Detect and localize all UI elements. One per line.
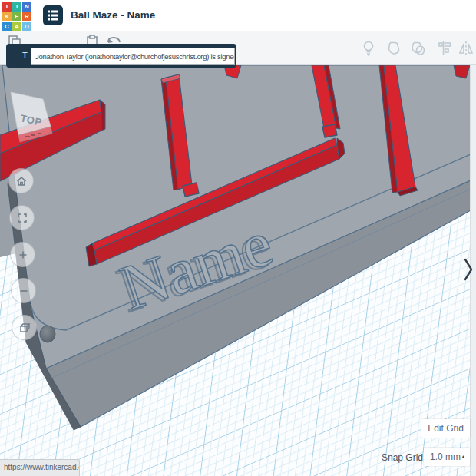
logo-letter: R xyxy=(22,12,31,21)
status-url: https://www.tinkercad.com xyxy=(0,459,80,476)
design-menu-button[interactable] xyxy=(43,5,63,25)
viewport-3d-canvas[interactable]: Name Name xyxy=(0,0,476,476)
solid-shape-icon[interactable] xyxy=(385,39,403,58)
tinkercad-app: Name Name xyxy=(0,0,476,476)
signin-tooltip: Jonathon Taylor (jonathontaylor@churchof… xyxy=(31,48,235,65)
wall-junction-right[interactable] xyxy=(322,124,337,137)
fit-view-button[interactable] xyxy=(9,205,35,230)
snap-grid-label: Snap Grid xyxy=(382,448,423,467)
zoom-in-button[interactable] xyxy=(10,242,35,267)
zoom-out-button[interactable] xyxy=(11,278,36,303)
orthographic-icon xyxy=(18,321,31,335)
toolbar-divider xyxy=(355,36,355,61)
top-bar: TINKERCAD Ball Maze - Name xyxy=(0,0,476,31)
toolbar-divider xyxy=(428,36,428,61)
lightbulb-icon[interactable] xyxy=(359,39,378,58)
home-view-button[interactable] xyxy=(8,168,34,193)
snap-grid-value: 1.0 mm xyxy=(430,451,461,462)
align-icon[interactable] xyxy=(437,39,455,58)
document-title[interactable]: Ball Maze - Name xyxy=(71,0,155,31)
expand-panel-chevron[interactable] xyxy=(461,256,475,283)
tinkercad-logo[interactable]: TINKERCAD xyxy=(2,2,31,31)
dropdown-arrow-icon: ▲ xyxy=(461,448,466,466)
logo-letter: T xyxy=(2,2,12,12)
plus-icon xyxy=(16,248,30,262)
logo-letter: E xyxy=(12,12,21,21)
mirror-icon[interactable] xyxy=(457,39,475,58)
list-menu-icon xyxy=(43,5,63,25)
home-icon xyxy=(15,174,28,188)
logo-letter: I xyxy=(12,2,21,12)
minus-icon xyxy=(17,284,31,298)
edit-grid-button[interactable]: Edit Grid xyxy=(421,419,470,438)
wall-junction-mid[interactable] xyxy=(183,183,199,197)
logo-letter: K xyxy=(2,12,12,21)
fit-view-icon xyxy=(15,211,29,225)
ball-hole[interactable] xyxy=(40,326,55,342)
logo-letter: N xyxy=(22,2,31,12)
left-toolbar-icons-partial xyxy=(0,33,246,45)
snap-grid-dropdown[interactable]: 1.0 mm ▲ xyxy=(424,448,470,466)
orthographic-view-button[interactable] xyxy=(12,315,37,340)
hole-shape-icon[interactable] xyxy=(409,39,428,58)
